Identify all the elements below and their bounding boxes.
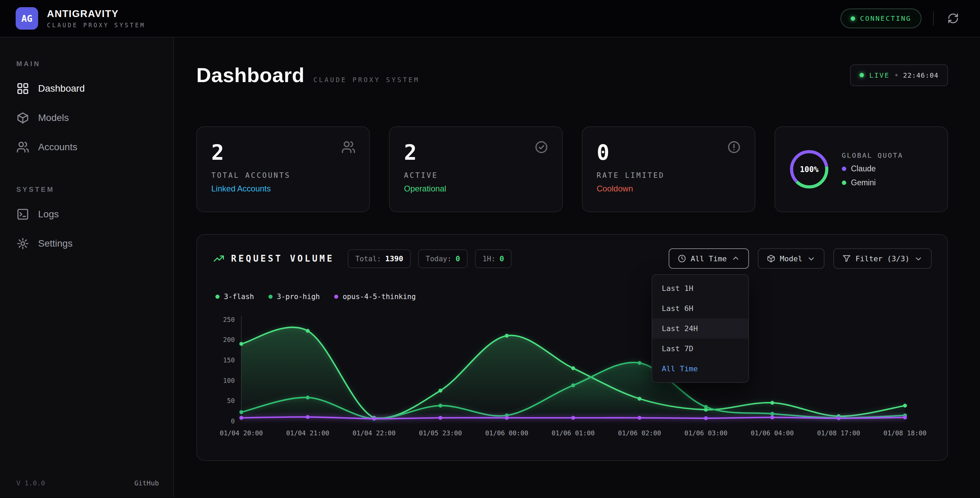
chevron-up-icon — [731, 254, 740, 263]
connection-status-label: CONNECTING — [860, 14, 911, 22]
svg-text:01/04 21:00: 01/04 21:00 — [286, 429, 329, 437]
github-link[interactable]: GitHub — [134, 479, 159, 487]
stat-card-rate-limited: 0 RATE LIMITED Cooldown — [582, 126, 756, 212]
sidebar-item-label: Settings — [38, 238, 73, 249]
users-icon — [341, 140, 356, 154]
svg-text:01/08 17:00: 01/08 17:00 — [817, 429, 860, 437]
stat-label: TOTAL ACCOUNTS — [211, 171, 355, 179]
chip-label: Today: — [426, 255, 452, 263]
page-header: Dashboard CLAUDE PROXY SYSTEM LIVE 22:46… — [196, 63, 948, 87]
svg-text:50: 50 — [227, 397, 235, 405]
funnel-icon — [842, 254, 851, 263]
request-volume-card: REQUEST VOLUME Total: 1390 Today: 0 1H: … — [196, 234, 948, 461]
grid-icon — [16, 82, 29, 95]
model-filter-label: Model — [780, 254, 802, 263]
chip-1h: 1H: 0 — [475, 249, 511, 268]
dropdown-item-last-6h[interactable]: Last 6H — [652, 298, 748, 319]
quota-legend-gemini: Gemini — [842, 178, 904, 187]
legend-dot-icon — [269, 295, 272, 299]
refresh-button[interactable] — [945, 11, 961, 26]
svg-text:01/04 22:00: 01/04 22:00 — [353, 429, 396, 437]
sidebar-item-settings[interactable]: Settings — [0, 229, 173, 258]
live-dot-icon — [859, 73, 864, 77]
svg-text:01/05 23:00: 01/05 23:00 — [419, 429, 462, 437]
quota-legend-name: Gemini — [851, 178, 876, 187]
sidebar-item-logs[interactable]: Logs — [0, 200, 173, 229]
quota-legend-claude: Claude — [842, 164, 904, 173]
sidebar-item-dashboard[interactable]: Dashboard — [0, 74, 173, 103]
time-range-button[interactable]: All Time — [669, 248, 749, 269]
chip-total: Total: 1390 — [348, 249, 411, 268]
app-logo: AG — [16, 7, 38, 30]
chip-value: 1390 — [385, 254, 403, 263]
sidebar-item-label: Models — [38, 112, 69, 123]
gear-icon — [16, 237, 29, 250]
stat-value: 2 — [404, 142, 547, 163]
legend-name: 3-pro-high — [277, 293, 320, 301]
stat-value: 0 — [597, 142, 740, 163]
stat-label: RATE LIMITED — [597, 171, 740, 179]
nav-section-system: SYSTEM — [0, 186, 173, 193]
svg-text:150: 150 — [223, 356, 235, 364]
filter-button[interactable]: Filter (3/3) — [833, 248, 932, 269]
legend-name: opus-4-5-thinking — [343, 293, 416, 301]
users-icon — [16, 140, 29, 153]
sidebar-item-models[interactable]: Models — [0, 103, 173, 132]
separator-dot — [895, 74, 898, 76]
time-range-dropdown: Last 1H Last 6H Last 24H Last 7D All Tim… — [652, 274, 749, 383]
svg-text:01/08 18:00: 01/08 18:00 — [883, 429, 927, 437]
topbar-right: CONNECTING — [840, 8, 961, 28]
legend-item-3-flash: 3-flash — [215, 293, 254, 301]
legend-name: 3-flash — [224, 293, 254, 301]
live-status-badge: LIVE 22:46:04 — [850, 64, 948, 86]
chip-value: 0 — [500, 254, 504, 263]
dropdown-item-last-7d[interactable]: Last 7D — [652, 338, 748, 359]
nav-section-main: MAIN — [0, 60, 173, 68]
legend-item-3-pro-high: 3-pro-high — [269, 293, 320, 301]
svg-text:200: 200 — [223, 336, 235, 344]
legend-item-opus-4-5-thinking: opus-4-5-thinking — [334, 293, 416, 301]
trending-up-icon — [213, 252, 225, 265]
svg-text:01/04 20:00: 01/04 20:00 — [220, 429, 263, 437]
clock-icon — [678, 254, 686, 263]
svg-text:250: 250 — [223, 316, 235, 324]
legend-dot-icon — [215, 295, 220, 299]
chip-label: Total: — [355, 255, 381, 263]
svg-text:01/06 04:00: 01/06 04:00 — [751, 429, 794, 437]
alert-circle-icon — [727, 140, 741, 154]
sidebar-item-label: Dashboard — [38, 83, 85, 94]
request-volume-line-chart: 05010015020025001/04 20:0001/04 21:0001/… — [213, 311, 932, 445]
sidebar-item-label: Logs — [38, 209, 59, 220]
sidebar-footer: V 1.0.0 GitHub — [16, 479, 159, 487]
app-title: ANTIGRAVITY — [47, 8, 145, 19]
sidebar: MAIN Dashboard Models Accounts SYSTEM — [0, 37, 174, 497]
svg-text:01/06 01:00: 01/06 01:00 — [552, 429, 595, 437]
cube-icon — [767, 254, 775, 263]
stat-card-active: 2 ACTIVE Operational — [389, 126, 563, 212]
filter-label: Filter (3/3) — [856, 254, 910, 263]
svg-text:01/06 00:00: 01/06 00:00 — [485, 429, 528, 437]
stat-card-total-accounts: 2 TOTAL ACCOUNTS Linked Accounts — [196, 126, 370, 212]
quota-label: GLOBAL QUOTA — [842, 151, 904, 160]
time-range-label: All Time — [691, 254, 727, 263]
model-filter-button[interactable]: Model — [758, 248, 824, 269]
quota-legend-name: Claude — [851, 164, 876, 173]
stats-row: 2 TOTAL ACCOUNTS Linked Accounts 2 ACTIV… — [196, 126, 948, 212]
brand: AG ANTIGRAVITY CLAUDE PROXY SYSTEM — [16, 7, 145, 30]
stat-card-global-quota: 100% GLOBAL QUOTA Claude Gemini — [775, 126, 948, 212]
cube-icon — [16, 112, 29, 124]
chip-value: 0 — [456, 254, 460, 263]
brand-text: ANTIGRAVITY CLAUDE PROXY SYSTEM — [47, 8, 145, 29]
app-subtitle: CLAUDE PROXY SYSTEM — [47, 22, 145, 29]
refresh-icon — [947, 13, 959, 24]
stat-label: ACTIVE — [404, 171, 547, 179]
live-label: LIVE — [869, 71, 890, 79]
chevron-down-icon — [914, 254, 923, 263]
chart-controls: All Time Last 1H Last 6H Last 24H Last 7… — [669, 248, 932, 269]
dropdown-item-all-time[interactable]: All Time — [652, 359, 748, 379]
quota-ring-chart: 100% — [788, 148, 830, 190]
top-bar: AG ANTIGRAVITY CLAUDE PROXY SYSTEM CONNE… — [0, 0, 980, 37]
sidebar-item-accounts[interactable]: Accounts — [0, 132, 173, 162]
dropdown-item-last-1h[interactable]: Last 1H — [652, 278, 748, 298]
dropdown-item-last-24h[interactable]: Last 24H — [652, 319, 748, 338]
